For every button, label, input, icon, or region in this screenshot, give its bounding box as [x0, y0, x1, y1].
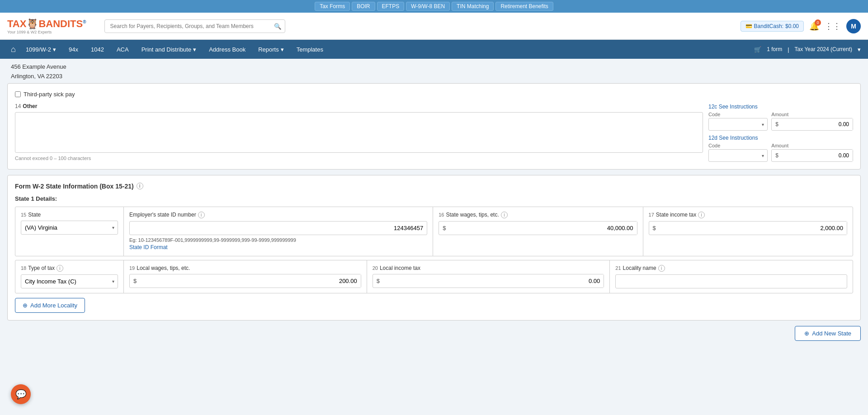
topnav-w9[interactable]: W-9/W-8 BEN — [406, 2, 450, 11]
chevron-down-icon: ▾ — [281, 46, 284, 53]
field16-label: State wages, tips, etc. — [446, 212, 499, 218]
box12d-code-select[interactable] — [708, 149, 768, 162]
chat-bubble[interactable]: 💬 — [11, 384, 31, 404]
box14-section: 14 Other Cannot exceed 0 – 100 character… — [15, 103, 703, 162]
box12c-amount-input[interactable] — [781, 118, 853, 130]
header-actions: 💳 BanditCash: $0.00 🔔 0 ⋮⋮ M — [741, 19, 861, 33]
add-new-state-button[interactable]: ⊕ Add New State — [795, 326, 861, 341]
nav-1099w2[interactable]: 1099/W-2 ▾ — [19, 40, 62, 59]
field18-info-icon[interactable]: i — [57, 265, 63, 272]
box14-label: Other — [23, 103, 37, 109]
employer-id-hint: Eg: 10-123456789F-001,9999999999,99-9999… — [129, 237, 427, 251]
tax-year-label: Tax Year 2024 (Current) — [795, 46, 852, 52]
topnav-retirement[interactable]: Retirement Benefits — [495, 2, 553, 11]
field18-select[interactable]: City Income Tax (C) — [21, 274, 118, 288]
field20-label: Local income tax — [380, 265, 420, 271]
field16-label-row: 16 State wages, tips, etc. i — [439, 212, 637, 218]
nav-reports[interactable]: Reports ▾ — [252, 40, 290, 59]
nav-print-distribute[interactable]: Print and Distribute ▾ — [135, 40, 203, 59]
field21-input[interactable] — [615, 274, 847, 288]
employer-id-input[interactable] — [129, 221, 427, 235]
upper-form-section: Third-party sick pay 14 Other Cannot exc… — [7, 83, 861, 170]
box12c-code-wrap: Code ▾ — [708, 112, 768, 131]
field17-cell: 17 State income tax i $ — [643, 207, 853, 256]
nav-aca[interactable]: ACA — [110, 40, 135, 59]
box14-row: 14 Other Cannot exceed 0 – 100 character… — [15, 103, 853, 162]
add-new-state-wrap: ⊕ Add New State — [7, 326, 861, 341]
topnav-tax-forms[interactable]: Tax Forms — [315, 2, 350, 11]
nav-94x[interactable]: 94x — [62, 40, 85, 59]
box12c-code-select[interactable] — [708, 118, 768, 131]
field21-number: 21 — [615, 265, 621, 271]
chevron-down-icon: ▾ — [193, 46, 196, 53]
field17-label: State income tax — [656, 212, 696, 218]
dollar-sign-icon: $ — [439, 222, 448, 235]
add-new-state-label: Add New State — [812, 330, 851, 337]
field15-number: 15 — [21, 212, 26, 217]
field21-info-icon[interactable]: i — [658, 265, 665, 272]
third-party-sick-pay-checkbox[interactable] — [15, 91, 21, 97]
logo-area: TAX🦉BANDITS® Your 1099 & W2 Experts — [7, 18, 86, 34]
field16-info-icon[interactable]: i — [501, 212, 508, 218]
box12d-code-amount-row: Code ▾ Amount $ — [708, 143, 853, 162]
home-icon[interactable]: ⌂ — [7, 45, 19, 54]
field18-cell: 18 Type of tax i City Income Tax (C) ▾ — [15, 260, 124, 293]
address-snippet: 456 Example Avenue Arlington, VA 22203 — [7, 59, 861, 83]
box12d-amount-input-wrap: $ — [771, 149, 853, 162]
field15-label-row: 15 State — [21, 212, 118, 218]
box14-textarea[interactable] — [15, 112, 703, 153]
field21-label: Locality name — [623, 265, 656, 271]
top-nav-bar: Tax Forms BOIR EFTPS W-9/W-8 BEN TIN Mat… — [0, 0, 868, 13]
employer-id-info-icon[interactable]: i — [198, 212, 205, 218]
topnav-tin[interactable]: TIN Matching — [452, 2, 494, 11]
grid-icon[interactable]: ⋮⋮ — [825, 21, 841, 31]
box12c-amount-input-wrap: $ — [771, 118, 853, 131]
main-content: 456 Example Avenue Arlington, VA 22203 T… — [0, 59, 868, 415]
field15-select[interactable]: (VA) Virginia — [21, 221, 118, 235]
nav-1042[interactable]: 1042 — [85, 40, 110, 59]
add-more-locality-button[interactable]: ⊕ Add More Locality — [15, 298, 85, 313]
dollar-sign-icon: $ — [373, 274, 382, 288]
field17-number: 17 — [649, 212, 654, 217]
field17-input[interactable] — [658, 222, 847, 235]
box12d-amount-input[interactable] — [781, 150, 853, 161]
add-locality-label: Add More Locality — [30, 302, 77, 309]
field21-cell: 21 Locality name i — [610, 260, 853, 293]
topnav-boir[interactable]: BOIR — [352, 2, 375, 11]
state-row1: 15 State (VA) Virginia ▾ Employer's stat… — [15, 207, 853, 256]
state-id-format-link[interactable]: State ID Format — [129, 244, 168, 250]
nav-address-book[interactable]: Address Book — [203, 40, 252, 59]
field20-input[interactable] — [382, 274, 604, 288]
field15-cell: 15 State (VA) Virginia ▾ — [15, 207, 124, 256]
box12c-code-amount-row: Code ▾ Amount $ — [708, 112, 853, 131]
search-input[interactable] — [104, 19, 285, 33]
box12d-link[interactable]: 12d See Instructions — [708, 135, 758, 141]
dollar-sign-icon: $ — [772, 118, 781, 130]
employer-id-label: Employer's state ID number — [129, 212, 196, 218]
state1-details-label: State 1 Details: — [15, 195, 853, 202]
bandit-cash-value: $0.00 — [785, 23, 799, 29]
field19-input[interactable] — [138, 274, 360, 288]
field18-select-wrap: City Income Tax (C) ▾ — [21, 274, 118, 288]
field20-currency-wrap: $ — [373, 274, 604, 288]
chevron-down-icon: ▾ — [858, 46, 861, 53]
state-section-title: Form W-2 State Information (Box 15-21) i — [15, 183, 853, 190]
notification-button[interactable]: 🔔 0 — [809, 21, 819, 31]
search-icon[interactable]: 🔍 — [274, 23, 282, 29]
nav-templates[interactable]: Templates — [290, 40, 330, 59]
logo-brand2: BANDITS — [38, 18, 83, 29]
field17-info-icon[interactable]: i — [698, 212, 705, 218]
field16-input[interactable] — [448, 222, 637, 235]
box12c-link[interactable]: 12c See Instructions — [708, 104, 758, 110]
state-section-info-icon[interactable]: i — [137, 183, 143, 189]
topnav-eftps[interactable]: EFTPS — [377, 2, 405, 11]
field16-number: 16 — [439, 212, 444, 217]
bandit-cash-icon: 💳 — [745, 23, 752, 29]
field18-number: 18 — [21, 265, 26, 271]
bandit-cash: 💳 BanditCash: $0.00 — [741, 21, 804, 32]
avatar[interactable]: M — [846, 19, 861, 33]
dollar-sign-icon: $ — [649, 222, 658, 235]
field18-label-row: 18 Type of tax i — [21, 265, 118, 272]
field20-cell: 20 Local income tax $ — [367, 260, 610, 293]
field19-label: Local wages, tips, etc. — [137, 265, 190, 271]
